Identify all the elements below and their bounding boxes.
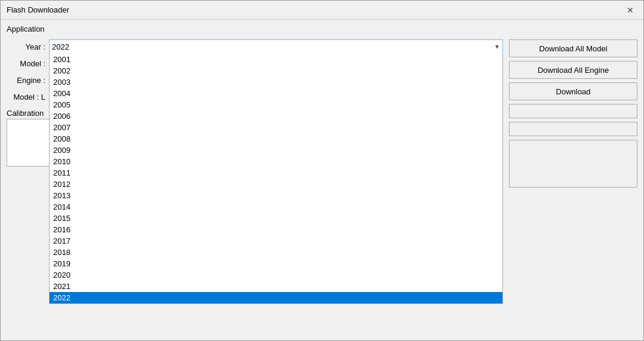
year-option-2001[interactable]: 2001 [50,54,502,65]
year-option-2009[interactable]: 2009 [50,145,502,156]
window-title: Flash Downloader [7,5,69,14]
year-option-2004[interactable]: 2004 [50,88,502,99]
main-window: Flash Downloader ✕ Application Year : 20… [0,0,644,341]
year-row: Year : 2022 1997199819992000200120022003… [7,39,503,54]
download-all-engine-button[interactable]: Download All Engine [509,61,637,79]
year-option-2005[interactable]: 2005 [50,99,502,110]
year-option-2022[interactable]: 2022 [50,292,502,303]
year-label: Year : [7,42,45,51]
close-button[interactable]: ✕ [623,3,637,17]
year-option-2019[interactable]: 2019 [50,258,502,269]
year-option-2014[interactable]: 2014 [50,201,502,213]
year-option-2010[interactable]: 2010 [50,156,502,167]
year-select[interactable]: 2022 [49,39,503,54]
year-option-2002[interactable]: 2002 [50,65,502,76]
year-option-2007[interactable]: 2007 [50,122,502,133]
right-input-2[interactable] [509,122,637,136]
window-content: Application Year : 2022 1997199819992000… [1,20,643,340]
right-panel: Download All Model Download All Engine D… [509,39,637,336]
year-select-wrapper: 2022 19971998199920002001200220032004200… [49,39,503,54]
year-option-2018[interactable]: 2018 [50,247,502,258]
left-panel: Year : 2022 1997199819992000200120022003… [7,39,503,336]
model-l-label: Model : L [7,93,45,102]
year-option-2006[interactable]: 2006 [50,110,502,122]
download-all-model-button[interactable]: Download All Model [509,39,637,57]
year-option-2017[interactable]: 2017 [50,235,502,247]
download-button[interactable]: Download [509,82,637,100]
right-input-1[interactable] [509,104,637,118]
year-dropdown-list[interactable]: 1997199819992000200120022003200420052006… [49,53,503,304]
year-option-2021[interactable]: 2021 [50,281,502,292]
engine-label: Engine : [7,76,45,85]
main-area: Year : 2022 1997199819992000200120022003… [7,39,637,336]
year-option-2020[interactable]: 2020 [50,269,502,281]
year-option-2012[interactable]: 2012 [50,179,502,190]
right-input-area [509,104,637,188]
right-large-box [509,140,637,188]
year-option-2016[interactable]: 2016 [50,224,502,235]
model-label: Model : [7,59,45,68]
title-bar: Flash Downloader ✕ [1,1,643,20]
year-option-2008[interactable]: 2008 [50,133,502,145]
year-option-2003[interactable]: 2003 [50,76,502,88]
calibration-label: Calibration [7,109,44,118]
year-option-2011[interactable]: 2011 [50,167,502,179]
year-option-2015[interactable]: 2015 [50,213,502,224]
year-option-2013[interactable]: 2013 [50,190,502,201]
application-label: Application [7,24,637,33]
